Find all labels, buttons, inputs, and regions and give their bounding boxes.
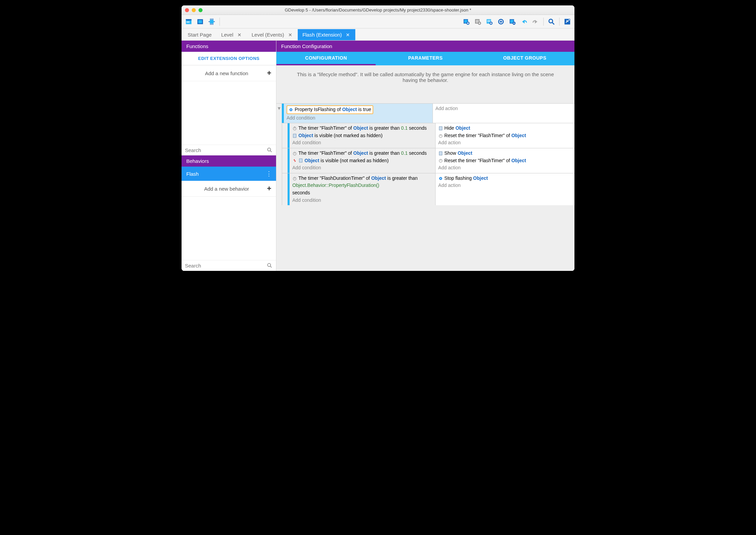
add-button[interactable] xyxy=(496,17,506,27)
svg-rect-6 xyxy=(210,20,214,23)
timer-icon xyxy=(438,133,443,138)
svg-rect-49 xyxy=(299,159,302,163)
config-tabs: CONFIGURATION PARAMETERS OBJECT GROUPS xyxy=(276,52,574,65)
search-button[interactable] xyxy=(546,17,556,27)
close-icon[interactable]: ✕ xyxy=(288,32,293,38)
maximize-window-button[interactable] xyxy=(198,8,203,12)
behavior-item-flash[interactable]: Flash⋮ xyxy=(182,167,276,181)
search-input[interactable] xyxy=(185,147,267,153)
tab-start-page[interactable]: Start Page xyxy=(183,29,216,40)
titlebar: GDevelop 5 - /Users/florian/Documents/GD… xyxy=(182,5,574,15)
gear-icon xyxy=(438,176,443,181)
event-row[interactable]: The timer "FlashTimer" of Object is grea… xyxy=(282,148,574,173)
close-icon[interactable]: ✕ xyxy=(345,32,351,38)
svg-rect-1 xyxy=(186,19,192,20)
gear-icon xyxy=(289,107,293,112)
show-icon xyxy=(438,151,443,156)
add-condition-link[interactable]: Add condition xyxy=(292,139,433,147)
timer-icon xyxy=(438,158,443,163)
functions-header: Functions xyxy=(182,41,276,52)
add-event-button[interactable] xyxy=(461,17,471,27)
svg-point-39 xyxy=(290,109,292,110)
close-window-button[interactable] xyxy=(185,8,189,12)
behaviors-header: Behaviors xyxy=(182,155,276,167)
toolbar xyxy=(182,15,574,28)
project-panel-button[interactable] xyxy=(184,17,194,27)
svg-point-36 xyxy=(268,263,271,266)
add-behavior-button[interactable]: Add a new behavior+ xyxy=(182,181,276,197)
add-function-button[interactable]: Add a new function+ xyxy=(182,65,276,81)
svg-point-56 xyxy=(440,178,441,179)
add-condition-link[interactable]: Add condition xyxy=(292,197,433,204)
events-sheet: ▾ Property IsFlashing of Object is true … xyxy=(276,103,574,271)
content-area: Function Configuration CONFIGURATION PAR… xyxy=(276,41,574,271)
add-action-link[interactable]: Add action xyxy=(436,105,572,112)
plus-icon: + xyxy=(267,69,271,78)
svg-rect-43 xyxy=(293,134,296,137)
add-condition-link[interactable]: Add condition xyxy=(292,164,433,172)
search-icon xyxy=(267,262,273,269)
tab-level-events[interactable]: Level (Events)✕ xyxy=(247,29,298,40)
svg-point-30 xyxy=(549,19,553,23)
collapse-icon[interactable]: ▾ xyxy=(276,104,282,123)
svg-rect-2 xyxy=(187,21,190,22)
extension-icon[interactable] xyxy=(207,17,217,27)
event-row[interactable]: ▾ Property IsFlashing of Object is true … xyxy=(276,103,574,123)
edit-extension-options-button[interactable]: EDIT EXTENSION OPTIONS xyxy=(182,52,276,65)
add-action-link[interactable]: Add action xyxy=(438,139,572,147)
visibility-icon xyxy=(292,133,297,138)
settings-button[interactable] xyxy=(562,17,572,27)
lifecycle-description: This is a "lifecycle method". It will be… xyxy=(276,65,574,103)
search-icon xyxy=(267,147,273,153)
event-row[interactable]: The timer "FlashTimer" of Object is grea… xyxy=(282,123,574,148)
timer-icon xyxy=(292,151,297,156)
tab-configuration[interactable]: CONFIGURATION xyxy=(276,52,376,65)
svg-point-34 xyxy=(268,148,271,151)
traffic-lights xyxy=(185,8,203,12)
objects-panel-button[interactable] xyxy=(195,17,205,27)
add-condition-link[interactable]: Add condition xyxy=(287,114,430,122)
tab-object-groups[interactable]: OBJECT GROUPS xyxy=(475,52,574,65)
svg-rect-5 xyxy=(198,20,202,23)
svg-rect-23 xyxy=(487,21,490,22)
tab-parameters[interactable]: PARAMETERS xyxy=(376,52,475,65)
function-config-header: Function Configuration xyxy=(276,41,574,52)
svg-line-35 xyxy=(270,151,272,152)
hide-icon xyxy=(438,126,443,131)
document-tabs: Start Page Level✕ Level (Events)✕ Flash … xyxy=(182,28,574,41)
add-comment-button[interactable] xyxy=(484,17,495,27)
svg-rect-22 xyxy=(487,20,490,21)
visibility-icon xyxy=(298,158,303,163)
add-action-link[interactable]: Add action xyxy=(438,182,572,189)
invert-icon xyxy=(292,158,297,163)
svg-line-37 xyxy=(270,266,272,268)
search-input[interactable] xyxy=(185,263,267,269)
svg-point-33 xyxy=(569,19,570,20)
svg-rect-3 xyxy=(187,22,190,22)
timer-icon xyxy=(292,126,297,131)
functions-search[interactable] xyxy=(182,145,276,155)
tab-level[interactable]: Level✕ xyxy=(216,29,247,40)
delete-event-button[interactable] xyxy=(507,17,518,27)
undo-button[interactable] xyxy=(519,17,529,27)
redo-button[interactable] xyxy=(530,17,541,27)
window-title: GDevelop 5 - /Users/florian/Documents/GD… xyxy=(285,7,471,13)
svg-rect-50 xyxy=(439,152,442,155)
tab-flash-extension[interactable]: Flash (Extension)✕ xyxy=(298,29,356,40)
svg-rect-44 xyxy=(439,127,442,130)
plus-icon: + xyxy=(267,184,271,193)
timer-icon xyxy=(292,176,297,181)
event-row[interactable]: The timer "FlashDurationTimer" of Object… xyxy=(282,173,574,205)
sidebar: Functions EDIT EXTENSION OPTIONS Add a n… xyxy=(182,41,276,271)
close-icon[interactable]: ✕ xyxy=(237,32,242,38)
add-subevent-button[interactable] xyxy=(473,17,483,27)
minimize-window-button[interactable] xyxy=(192,8,196,12)
svg-line-31 xyxy=(552,22,554,24)
add-action-link[interactable]: Add action xyxy=(438,164,572,172)
more-icon[interactable]: ⋮ xyxy=(266,170,271,177)
app-window: GDevelop 5 - /Users/florian/Documents/GD… xyxy=(182,5,574,271)
behaviors-search[interactable] xyxy=(182,260,276,271)
